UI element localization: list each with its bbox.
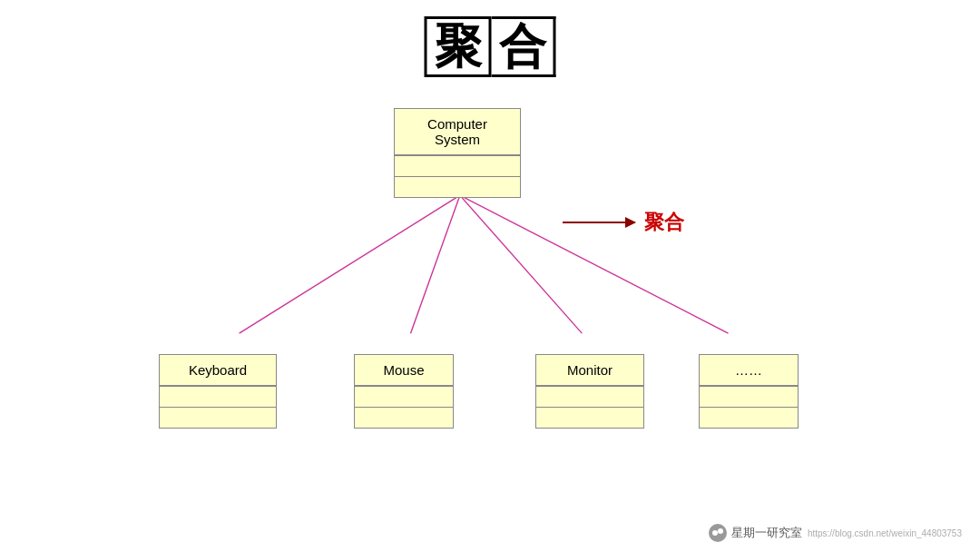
uml-body-monitor-2 (536, 408, 643, 428)
line-to-mouse (410, 195, 459, 333)
legend-arrow-line (563, 222, 635, 223)
line-to-keyboard (240, 195, 460, 333)
uml-body-monitor-1 (536, 387, 643, 407)
legend-arrow-head (625, 217, 636, 228)
title-char2: 合 (492, 16, 556, 77)
uml-body-mouse-1 (355, 387, 453, 407)
uml-box-monitor: Monitor (535, 354, 644, 429)
uml-body-mouse-2 (355, 408, 453, 428)
uml-body-etc-2 (700, 408, 798, 428)
uml-body-root-1 (395, 156, 520, 176)
svg-point-1 (712, 530, 718, 536)
uml-body-keyboard-2 (160, 408, 276, 428)
uml-body-root-2 (395, 177, 520, 197)
uml-body-keyboard-1 (160, 387, 276, 407)
title-area: 聚 合 (425, 16, 556, 77)
uml-box-etc: …… (699, 354, 799, 429)
uml-box-root-label: Computer System (395, 109, 520, 154)
uml-box-keyboard-label: Keyboard (160, 355, 276, 385)
uml-body-etc-1 (700, 387, 798, 407)
diagram-area: Computer System Keyboard Mouse Monitor …… (0, 91, 980, 516)
brand-name: 星期一研究室 (731, 525, 802, 541)
uml-box-keyboard: Keyboard (159, 354, 277, 429)
uml-box-monitor-label: Monitor (536, 355, 643, 385)
legend-label: 聚合 (644, 209, 684, 236)
uml-box-etc-label: …… (700, 355, 798, 385)
svg-point-2 (718, 528, 723, 534)
footer: 星期一研究室 https://blog.csdn.net/weixin_4480… (708, 523, 962, 543)
footer-url: https://blog.csdn.net/weixin_44803753 (808, 528, 962, 538)
uml-box-mouse-label: Mouse (355, 355, 453, 385)
legend-area: 聚合 (563, 209, 684, 236)
uml-box-root: Computer System (394, 108, 521, 198)
title-char1: 聚 (425, 16, 492, 77)
brand-icon (708, 523, 728, 543)
uml-box-mouse: Mouse (354, 354, 454, 429)
